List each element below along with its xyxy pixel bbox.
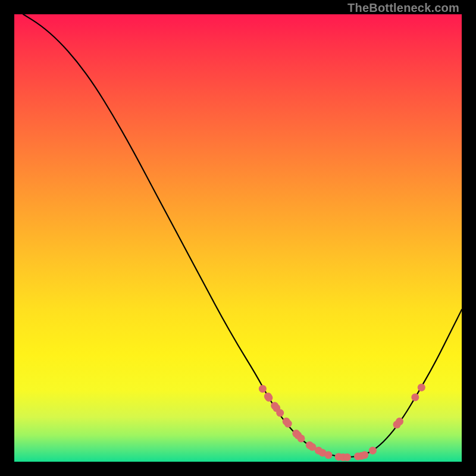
data-point bbox=[369, 447, 377, 455]
watermark-text: TheBottleneck.com bbox=[347, 1, 459, 15]
data-point bbox=[259, 385, 267, 393]
data-point bbox=[396, 418, 403, 425]
data-point bbox=[418, 384, 425, 392]
data-point bbox=[361, 451, 368, 459]
data-point bbox=[276, 409, 284, 417]
data-point bbox=[265, 394, 273, 402]
data-point bbox=[298, 434, 305, 442]
data-point bbox=[324, 451, 332, 459]
chart-svg bbox=[14, 14, 462, 462]
data-points-group bbox=[259, 384, 425, 461]
data-point bbox=[411, 393, 419, 401]
data-point bbox=[343, 453, 351, 461]
data-point bbox=[284, 420, 292, 428]
bottleneck-curve bbox=[23, 14, 462, 457]
plot-area bbox=[14, 14, 462, 462]
